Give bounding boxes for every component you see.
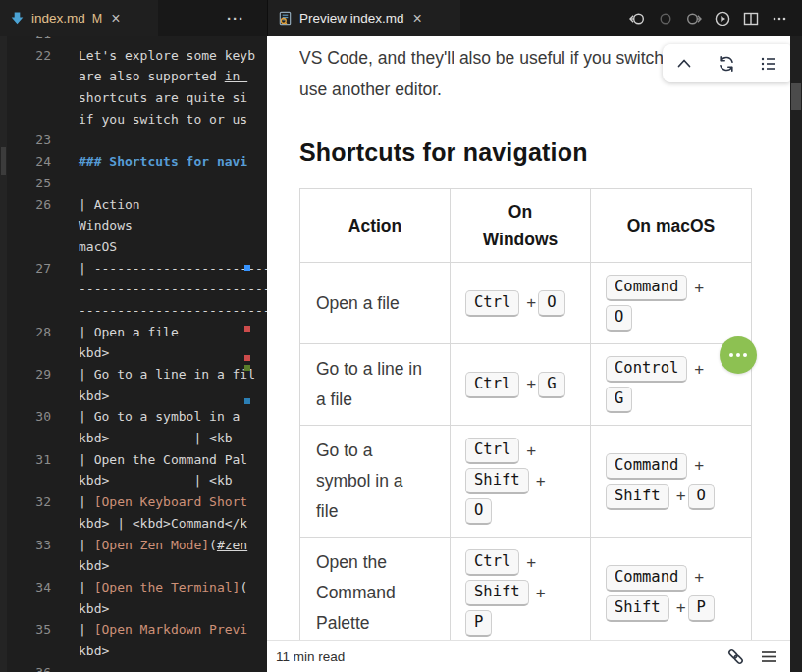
code-text: | Action <box>51 194 267 216</box>
code-line[interactable]: kbd> <box>0 342 267 364</box>
editor-left-strip <box>0 36 7 672</box>
code-line[interactable]: 21 <box>0 36 267 45</box>
plus-separator: + <box>526 293 536 313</box>
preview-content: VS Code, and they'll also be useful if y… <box>267 36 790 649</box>
code-line[interactable]: 35| [Open Markdown Previ <box>0 619 267 641</box>
plus-separator: + <box>694 279 704 298</box>
plus-separator: + <box>536 472 546 491</box>
table-row: Open the Command PaletteCtrl+Shift+PComm… <box>300 538 752 649</box>
tab-preview-index-md[interactable]: Preview index.md × <box>267 0 460 36</box>
split-editor-icon[interactable] <box>742 10 760 27</box>
line-number: 36 <box>0 662 51 672</box>
code-line[interactable]: 29| Go to a line in a fil <box>0 364 267 386</box>
overlay-more-button[interactable] <box>720 336 757 374</box>
editor-lines: 2122Let's explore some keybare also supp… <box>0 36 267 672</box>
collapse-up-icon[interactable] <box>674 54 694 74</box>
plus-separator: + <box>694 360 704 380</box>
code-line[interactable]: 36 <box>0 662 267 672</box>
code-line[interactable]: Windows <box>0 215 267 236</box>
read-time: 11 min read <box>276 649 712 664</box>
outline-list-icon[interactable] <box>759 54 778 74</box>
navigate-forward-icon[interactable] <box>685 10 703 27</box>
code-line[interactable]: 22Let's explore some keyb <box>0 45 267 67</box>
link-icon[interactable] <box>726 647 745 666</box>
plus-separator: + <box>676 598 686 618</box>
code-text: kbd> | <kb <box>51 470 267 491</box>
shortcut-keys-cell: Ctrl+Shift+O <box>451 426 591 538</box>
code-line[interactable]: 33| [Open Zen Mode](#zen <box>0 535 267 556</box>
code-line[interactable]: kbd> <box>0 641 267 662</box>
line-number <box>0 279 51 300</box>
modified-badge: M <box>92 12 102 26</box>
kbd-key: Control <box>606 356 687 383</box>
table-row: Go to a line in a fileCtrl+GControl+G <box>300 344 752 426</box>
kbd-key: Shift <box>465 468 529 494</box>
code-text: Let's explore some keyb <box>51 45 267 67</box>
line-number: 26 <box>0 194 51 216</box>
code-line[interactable]: 32| [Open Keyboard Short <box>0 491 267 513</box>
more-tabs-button[interactable]: ··· <box>214 0 257 36</box>
table-header-row: ActionOn WindowsOn macOS <box>300 189 752 263</box>
code-line[interactable]: 24### Shortcuts for navi <box>0 151 267 173</box>
line-number: 32 <box>0 491 51 513</box>
refresh-icon[interactable] <box>717 54 736 74</box>
line-number: 30 <box>0 406 51 428</box>
code-line[interactable]: if you switch to or us <box>0 109 267 130</box>
code-line[interactable]: are also supported in <box>0 66 267 87</box>
navigate-circle-icon[interactable] <box>657 10 674 27</box>
code-line[interactable]: macOS <box>0 236 267 258</box>
code-line[interactable]: kbd> <box>0 555 267 577</box>
code-line[interactable]: 31| Open the Command Pal <box>0 449 267 471</box>
code-text <box>51 173 267 194</box>
code-line[interactable]: 26| Action <box>0 194 267 216</box>
code-text <box>51 129 267 151</box>
preview-scrollbar-thumb[interactable] <box>791 83 801 110</box>
plus-separator: + <box>526 441 536 461</box>
code-line[interactable]: 34| [Open the Terminal]( <box>0 577 267 598</box>
line-number: 23 <box>0 129 51 151</box>
kbd-key: G <box>606 387 632 413</box>
action-cell: Open the Command Palette <box>300 538 451 649</box>
code-line[interactable]: 27| ---------------------------- <box>0 258 267 280</box>
menu-icon[interactable] <box>760 647 778 666</box>
line-number: 33 <box>0 535 51 556</box>
code-line[interactable]: 28| Open a file <box>0 322 267 343</box>
code-line[interactable]: kbd> | <kbd>Command</k <box>0 513 267 535</box>
line-number <box>0 598 51 620</box>
code-line[interactable]: kbd> | <kb <box>0 470 267 491</box>
navigate-back-icon[interactable] <box>628 10 646 27</box>
tab-index-md[interactable]: index.md M × <box>0 0 158 36</box>
run-icon[interactable] <box>714 10 731 27</box>
tab-title: index.md <box>31 11 85 26</box>
more-actions-icon[interactable] <box>771 10 788 27</box>
code-text: macOS <box>51 236 267 258</box>
code-line[interactable]: ------------------------------ <box>0 300 267 322</box>
line-number: 29 <box>0 364 51 386</box>
code-text: | [Open Keyboard Short <box>51 491 267 513</box>
line-number: 31 <box>0 449 51 471</box>
close-icon[interactable]: × <box>413 11 422 26</box>
line-number: 24 <box>0 151 51 173</box>
code-line[interactable]: 23 <box>0 129 267 151</box>
close-icon[interactable]: × <box>111 11 120 26</box>
line-number: 22 <box>0 45 51 67</box>
code-line[interactable]: kbd> <box>0 598 267 620</box>
code-line[interactable]: shortcuts are quite si <box>0 87 267 109</box>
code-text: are also supported in <box>51 66 267 87</box>
code-line[interactable]: 30| Go to a symbol in a <box>0 406 267 428</box>
code-text: Windows <box>51 215 267 236</box>
line-number <box>0 109 51 130</box>
code-line[interactable]: ------------------------------ <box>0 279 267 300</box>
markdown-preview-pane[interactable]: VS Code, and they'll also be useful if y… <box>267 36 790 672</box>
preview-footer: 11 min read <box>267 640 790 672</box>
code-line[interactable]: 25 <box>0 173 267 194</box>
code-text <box>51 662 267 672</box>
code-line[interactable]: kbd> | <kb <box>0 428 267 449</box>
code-text: kbd> <box>51 342 267 364</box>
kbd-key: G <box>538 372 564 398</box>
code-line[interactable]: kbd> <box>0 386 267 407</box>
editor-pane[interactable]: 2122Let's explore some keybare also supp… <box>0 36 267 672</box>
kbd-key: O <box>538 290 564 317</box>
code-text: if you switch to or us <box>51 109 267 130</box>
left-scrollbar-thumb[interactable] <box>1 147 6 175</box>
